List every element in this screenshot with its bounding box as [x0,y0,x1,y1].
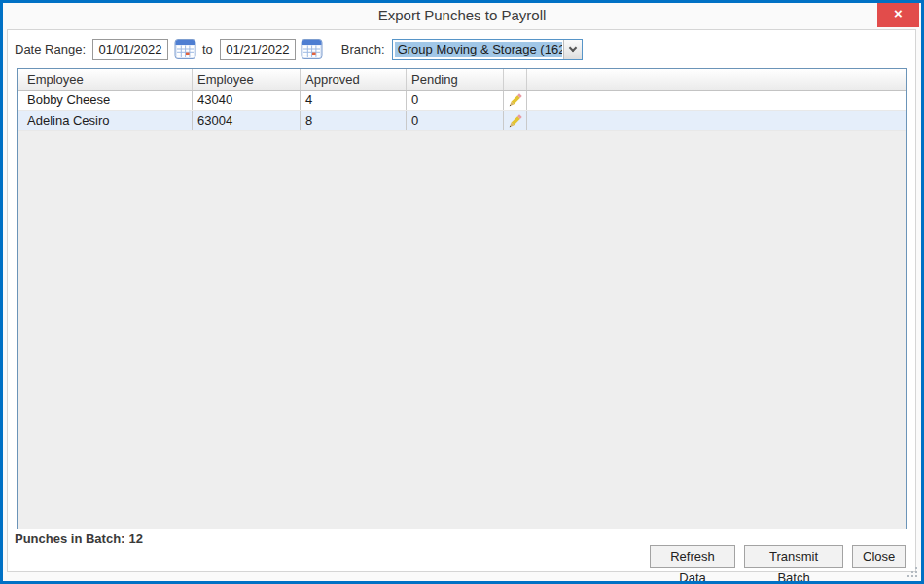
column-header-pending-punches[interactable]: Pending Punches [407,69,504,90]
cell-approved-punches: 8 [301,111,407,130]
column-header-employee-number[interactable]: Employee Number [193,69,301,90]
punches-in-batch-label: Punches in Batch: [15,531,124,546]
status-bar: Punches in Batch:12 [15,531,143,546]
column-header-filler [527,69,906,90]
titlebar: Export Punches to Payroll × [3,3,921,29]
end-date-calendar-button[interactable] [301,38,324,61]
cell-filler [527,111,906,130]
date-range-label: Date Range: [15,42,86,56]
punches-in-batch-value: 12 [128,531,142,546]
start-date-input[interactable] [92,39,168,60]
column-header-approved-punches[interactable]: Approved Punches [301,69,407,90]
close-button[interactable]: Close [852,545,906,568]
end-date-input[interactable] [220,39,296,60]
cell-employee: Bobby Cheese [18,91,193,110]
punches-table: Employee Employee Number Approved Punche… [17,68,907,529]
edit-punches-button[interactable] [504,91,527,110]
page-title: Export Punches to Payroll [3,3,921,28]
column-header-edit [504,69,527,90]
content-panel: Date Range: to [7,29,916,572]
resize-grip[interactable] [915,575,917,577]
table-header: Employee Employee Number Approved Punche… [18,69,906,91]
cell-employee-number: 63004 [193,111,301,130]
close-window-button[interactable]: × [877,0,919,27]
cell-employee: Adelina Cesiro [18,111,193,130]
column-header-employee[interactable]: Employee [18,69,193,90]
branch-selected-value: Group Moving & Storage (1623) [395,42,562,57]
refresh-data-button[interactable]: Refresh Data [650,545,735,568]
transmit-batch-button[interactable]: Transmit Batch [744,545,843,568]
calendar-icon [174,38,196,60]
calendar-icon [301,38,323,60]
cell-approved-punches: 4 [301,91,407,110]
table-row[interactable]: Adelina Cesiro 63004 8 0 [18,111,906,131]
chevron-down-icon [568,44,576,52]
close-icon: × [894,5,903,21]
pencil-icon [507,113,523,129]
cell-pending-punches: 0 [407,91,504,110]
branch-dropdown-button[interactable] [563,40,582,59]
branch-label: Branch: [341,42,385,56]
cell-pending-punches: 0 [407,111,504,130]
to-label: to [202,42,213,56]
toolbar: Date Range: to [8,30,915,68]
pencil-icon [507,92,523,109]
branch-select[interactable]: Group Moving & Storage (1623) [392,39,583,60]
export-punches-dialog: Export Punches to Payroll × Date Range: … [0,0,924,584]
start-date-calendar-button[interactable] [173,38,196,61]
cell-filler [527,91,906,110]
table-row[interactable]: Bobby Cheese 43040 4 0 [18,91,906,111]
cell-employee-number: 43040 [193,91,301,110]
footer-buttons: Refresh Data Transmit Batch Close [650,545,906,568]
edit-punches-button[interactable] [504,111,527,130]
